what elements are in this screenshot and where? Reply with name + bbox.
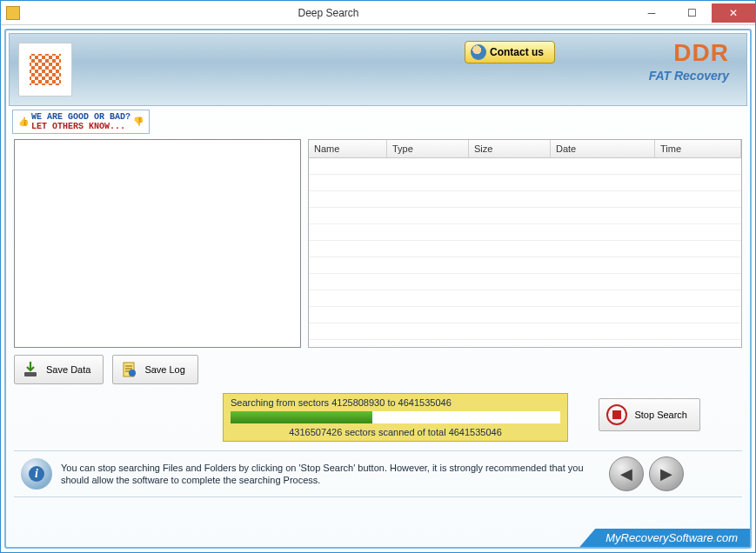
save-log-icon [118, 359, 139, 380]
arrow-right-icon: ▶ [660, 464, 672, 483]
footer-site-pre: MyRecoverySoftware [605, 531, 713, 544]
col-type[interactable]: Type [387, 140, 469, 157]
inner-frame: Contact us DDR FAT Recovery 👍 WE ARE GOO… [4, 29, 752, 549]
table-row [309, 290, 741, 307]
maximize-button[interactable]: ☐ [672, 3, 712, 23]
person-icon [471, 44, 486, 60]
table-row [309, 307, 741, 323]
contact-us-button[interactable]: Contact us [465, 41, 555, 63]
table-row [309, 191, 741, 208]
search-status-box: Searching from sectors 4125808930 to 464… [223, 393, 568, 442]
info-icon: i [21, 458, 52, 490]
status-line1: Searching from sectors 4125808930 to 464… [231, 397, 560, 408]
brand-block: DDR FAT Recovery [649, 41, 729, 83]
app-window: Deep Search ─ ☐ ✕ Contact us DDR FAT Rec… [0, 0, 756, 553]
contact-us-label: Contact us [490, 46, 544, 58]
table-row [309, 175, 741, 191]
app-logo [18, 43, 72, 97]
folder-tree-pane[interactable] [14, 139, 301, 348]
table-row [309, 208, 741, 224]
table-row [309, 257, 741, 274]
thumbs-down-icon: 👎 [133, 117, 144, 127]
window-body: Contact us DDR FAT Recovery 👍 WE ARE GOO… [1, 25, 755, 552]
minimize-button[interactable]: ─ [632, 3, 672, 23]
progress-bar [231, 411, 560, 423]
col-name[interactable]: Name [309, 140, 387, 157]
window-title: Deep Search [25, 7, 632, 19]
grid-header: Name Type Size Date Time [309, 140, 741, 158]
stop-icon [606, 404, 627, 425]
save-data-label: Save Data [46, 364, 90, 375]
arrow-left-icon: ◀ [620, 464, 632, 483]
save-data-icon [20, 359, 41, 380]
feedback-line1: WE ARE GOOD OR BAD? [31, 112, 130, 122]
save-log-label: Save Log [144, 364, 184, 375]
stop-search-label: Stop Search [634, 410, 687, 420]
brand-subtitle: FAT Recovery [649, 69, 729, 83]
thumbs-up-icon: 👍 [18, 117, 29, 127]
footer-site-suf: com [716, 531, 738, 544]
content-area: Name Type Size Date Time [9, 136, 747, 544]
feedback-line2: LET OTHERS KNOW... [31, 122, 125, 131]
hint-text: You can stop searching Files and Folders… [61, 462, 600, 487]
table-row [309, 158, 741, 175]
col-time[interactable]: Time [655, 140, 741, 157]
svg-point-2 [129, 370, 136, 376]
table-row [309, 323, 741, 340]
stop-search-button[interactable]: Stop Search [599, 398, 700, 431]
save-data-button[interactable]: Save Data [14, 355, 104, 384]
file-grid[interactable]: Name Type Size Date Time [308, 139, 742, 348]
titlebar: Deep Search ─ ☐ ✕ [1, 1, 755, 25]
progress-fill [231, 411, 372, 423]
table-row [309, 224, 741, 241]
feedback-banner[interactable]: 👍 WE ARE GOOD OR BAD? LET OTHERS KNOW...… [12, 110, 150, 134]
table-row [309, 241, 741, 257]
col-date[interactable]: Date [551, 140, 655, 157]
save-log-button[interactable]: Save Log [112, 355, 197, 384]
close-button[interactable]: ✕ [712, 3, 755, 23]
grid-body [309, 158, 741, 347]
back-button[interactable]: ◀ [609, 456, 644, 491]
footer-watermark: MyRecoverySoftware.com [579, 529, 750, 547]
col-size[interactable]: Size [469, 140, 551, 157]
logo-pattern-icon [30, 54, 61, 85]
app-icon [6, 6, 20, 20]
header-banner: Contact us DDR FAT Recovery [9, 33, 747, 106]
brand-name: DDR [649, 41, 729, 65]
status-line2: 4316507426 sectors scanned of total 4641… [231, 427, 560, 437]
table-row [309, 274, 741, 290]
svg-rect-0 [24, 372, 37, 376]
next-button[interactable]: ▶ [649, 456, 684, 491]
